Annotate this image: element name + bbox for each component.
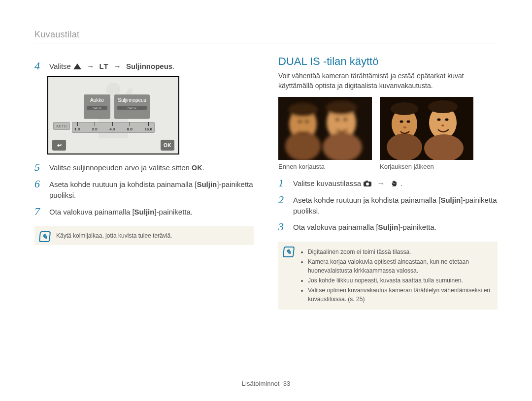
caption-after: Korjauksen jälkeen <box>380 163 473 170</box>
up-triangle-icon <box>73 63 82 70</box>
svg-point-25 <box>403 126 406 128</box>
step-3: 3 Ota valokuva painamalla [Suljin]-paini… <box>278 221 498 233</box>
step-number: 3 <box>278 221 288 233</box>
step-5: 5 Valitse suljinnopeuden arvo ja valitse… <box>34 161 254 173</box>
photo-row <box>278 97 498 160</box>
auto-chip[interactable]: AUTO <box>53 122 70 130</box>
caption-before: Ennen korjausta <box>278 163 372 170</box>
scale-tick: 16.0 <box>144 127 152 131</box>
step-body: Ota valokuva painamalla [Suljin]-painike… <box>293 221 498 233</box>
text-bold: Suljinnopeus <box>126 62 172 70</box>
step-body: Valitse kuvaustilassa → DUAL . <box>293 177 498 189</box>
svg-point-11 <box>343 118 347 121</box>
step-body: Valitse suljinnopeuden arvo ja valitse s… <box>49 161 254 173</box>
step-number: 1 <box>278 177 288 189</box>
camera-icon <box>363 180 372 187</box>
aperture-pill[interactable]: Aukko <box>84 94 110 119</box>
notes-list: Digitaalinen zoom ei toimi tässä tilassa… <box>300 247 493 304</box>
photo-before <box>278 97 372 160</box>
step-1: 1 Valitse kuvaustilassa → DUAL . <box>278 177 498 189</box>
photo-after <box>380 97 473 160</box>
svg-point-22 <box>407 120 410 123</box>
scale-tick: 2.0 <box>92 127 98 131</box>
text-bold: Suljin <box>440 196 461 204</box>
scale-tick: 8.0 <box>127 127 133 131</box>
text-bold: Suljin <box>197 180 217 188</box>
notes-box: ✎ Digitaalinen zoom ei toimi tässä tilas… <box>278 242 498 309</box>
shutter-label: Suljinnopeus <box>117 97 147 103</box>
text: Ota valokuva painamalla [ <box>49 208 134 216</box>
text: . <box>202 163 204 172</box>
text-bold: Suljin <box>378 223 399 231</box>
text: Valitse kuvaustilassa <box>293 179 363 187</box>
svg-point-17 <box>387 133 422 160</box>
aperture-label: Aukko <box>87 97 107 103</box>
step-number: 4 <box>34 60 44 72</box>
tip-note: ✎ Käytä kolmijalkaa, jotta kuvista tulee… <box>34 226 254 245</box>
svg-point-12 <box>288 103 318 117</box>
columns: 4 Valitse → LT → Suljinnopeus. <box>34 55 498 309</box>
svg-point-23 <box>437 118 441 121</box>
text: ]-painiketta. <box>154 208 193 216</box>
section-title: DUAL IS -tilan käyttö <box>278 55 498 68</box>
ok-button[interactable]: OK <box>161 140 174 151</box>
page-footer: Lisätoiminnot 33 <box>0 380 532 387</box>
note-text: Käytä kolmijalkaa, jotta kuvista tulee t… <box>56 232 172 239</box>
svg-point-8 <box>298 120 302 123</box>
step-2: 2 Aseta kohde ruutuun ja kohdista painam… <box>278 194 498 216</box>
lt-label: LT <box>99 62 108 70</box>
svg-marker-0 <box>73 63 81 69</box>
left-column: 4 Valitse → LT → Suljinnopeus. <box>34 55 254 309</box>
step-number: 7 <box>34 206 44 217</box>
hand-dual-icon: DUAL <box>390 180 399 187</box>
svg-point-9 <box>305 120 309 123</box>
text: Aseta kohde ruutuun ja kohdista painamal… <box>49 180 197 188</box>
text: Valitse suljinnopeuden arvo ja valitse s… <box>49 163 192 172</box>
step-6: 6 Aseta kohde ruutuun ja kohdista painam… <box>34 178 254 201</box>
auto-bar <box>117 106 147 110</box>
svg-point-29 <box>366 183 369 185</box>
svg-point-6 <box>285 131 321 160</box>
note-item: Jos kohde liikkuu nopeasti, kuvasta saat… <box>308 276 493 285</box>
svg-point-21 <box>400 120 403 123</box>
step-4: 4 Valitse → LT → Suljinnopeus. <box>34 60 254 72</box>
text: . <box>172 62 174 70</box>
step-number: 2 <box>278 194 288 216</box>
svg-point-26 <box>441 124 444 126</box>
step-number: 5 <box>34 161 44 173</box>
svg-text:DUAL: DUAL <box>392 186 396 186</box>
step-body: Aseta kohde ruutuun ja kohdista painamal… <box>293 194 498 216</box>
scale-tick: 1.0 <box>74 127 80 131</box>
text: Ota valokuva painamalla [ <box>293 223 378 231</box>
svg-rect-28 <box>366 181 368 182</box>
svg-point-13 <box>326 101 357 115</box>
note-item: Digitaalinen zoom ei toimi tässä tilassa… <box>308 247 493 256</box>
svg-point-20 <box>428 100 458 113</box>
arrow-icon: → <box>377 179 384 187</box>
note-item: Kamera korjaa valokuvia optisesti ainoas… <box>308 257 493 275</box>
svg-point-24 <box>445 118 449 121</box>
text: Aseta kohde ruutuun ja kohdista painamal… <box>293 196 440 204</box>
back-button[interactable]: ↩ <box>52 140 66 151</box>
text: Valitse <box>49 62 73 70</box>
page: Kuvaustilat 4 Valitse → LT → Suljinnopeu… <box>0 0 532 401</box>
step-7: 7 Ota valokuva painamalla [Suljin]-paini… <box>34 206 254 217</box>
svg-point-19 <box>391 102 418 115</box>
arrow-icon: → <box>114 62 121 70</box>
arrow-icon: → <box>87 62 94 70</box>
text: ]-painiketta. <box>398 223 436 231</box>
divider <box>34 43 498 43</box>
step-body: Aseta kohde ruutuun ja kohdista painamal… <box>49 178 254 201</box>
auto-bar <box>87 106 107 110</box>
step-number: 6 <box>34 178 44 201</box>
note-item: Valitse optinen kuvanvakautus kameran tä… <box>308 286 493 304</box>
text: . <box>400 179 402 187</box>
step-body: Ota valokuva painamalla [Suljin]-painike… <box>49 206 254 217</box>
shutter-scale[interactable]: 1.0 2.0 4.0 8.0 16.0 <box>72 122 155 133</box>
breadcrumb: Kuvaustilat <box>34 30 498 40</box>
svg-point-10 <box>335 118 339 121</box>
shutter-pill[interactable]: Suljinnopeus <box>114 94 150 119</box>
right-column: DUAL IS -tilan käyttö Voit vähentää kame… <box>278 55 498 309</box>
camera-preview: Aukko Suljinnopeus AUTO 1.0 2.0 4.0 8.0 … <box>47 76 179 154</box>
text-bold: Suljin <box>134 208 155 216</box>
